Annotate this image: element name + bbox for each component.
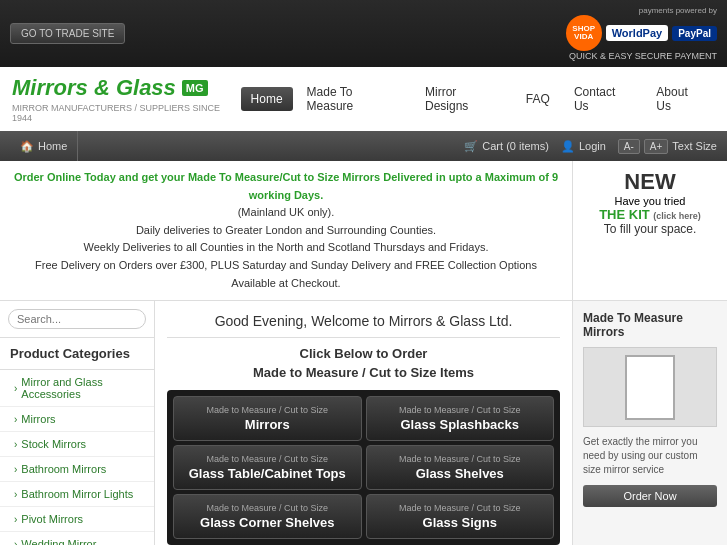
product-main-label: Glass Shelves <box>375 466 546 481</box>
sidebar: Product Categories › Mirror and Glass Ac… <box>0 301 155 545</box>
sidebar-item-mirrors[interactable]: › Mirrors <box>0 407 154 432</box>
product-main-label: Glass Splashbacks <box>375 417 546 432</box>
logo-text: Mirrors & Glass <box>12 75 176 101</box>
cat-label: Stock Mirrors <box>21 438 86 450</box>
sidebar-item-bathroom-mirrors[interactable]: › Bathroom Mirrors <box>0 457 154 482</box>
payment-area: payments powered by SHOPVIDA WorldPay Pa… <box>566 6 717 61</box>
announcement-highlight: Order Online Today and get your Made To … <box>14 171 558 201</box>
sidebar-item-mirror-glass-accessories[interactable]: › Mirror and Glass Accessories <box>0 370 154 407</box>
cat-label: Mirrors <box>21 413 55 425</box>
cat-label: Pivot Mirrors <box>21 513 83 525</box>
mirror-description: Get exactly the mirror you need by using… <box>583 435 717 477</box>
header: Mirrors & Glass MG MIRROR MANUFACTURERS … <box>0 67 727 131</box>
cat-label: Wedding Mirror <box>21 538 96 545</box>
mirror-preview <box>583 347 717 427</box>
home-icon: 🏠 <box>20 140 34 153</box>
cat-label: Bathroom Mirror Lights <box>21 488 133 500</box>
product-categories-title: Product Categories <box>0 338 154 370</box>
sidebar-item-wedding-mirror[interactable]: › Wedding Mirror <box>0 532 154 545</box>
announcement-bar: Order Online Today and get your Made To … <box>0 161 727 301</box>
arrow-icon: › <box>14 414 17 425</box>
logo-area: Mirrors & Glass MG MIRROR MANUFACTURERS … <box>12 75 241 123</box>
shopvida-badge: SHOPVIDA <box>566 15 602 51</box>
sidebar-item-pivot-mirrors[interactable]: › Pivot Mirrors <box>0 507 154 532</box>
quick-secure-text: QUICK & EASY SECURE PAYMENT <box>566 51 717 61</box>
product-tile-signs[interactable]: Made to Measure / Cut to Size Glass Sign… <box>366 494 555 539</box>
cat-label: Bathroom Mirrors <box>21 463 106 475</box>
product-tile-shelves[interactable]: Made to Measure / Cut to Size Glass Shel… <box>366 445 555 490</box>
arrow-icon: › <box>14 539 17 545</box>
sub-nav-home[interactable]: 🏠 Home <box>10 131 78 161</box>
sub-nav: 🏠 Home 🛒 Cart (0 items) 👤 Login A- A+ Te… <box>0 131 727 161</box>
product-tile-mirrors[interactable]: Made to Measure / Cut to Size Mirrors <box>173 396 362 441</box>
login-button[interactable]: 👤 Login <box>561 140 606 153</box>
announcement-london: Daily deliveries to Greater London and S… <box>136 224 436 236</box>
payments-powered-label: payments powered by SHOPVIDA WorldPay Pa… <box>566 6 717 61</box>
login-label: Login <box>579 140 606 152</box>
arrow-icon: › <box>14 489 17 500</box>
kit-click-here: (click here) <box>653 211 701 221</box>
product-grid: Made to Measure / Cut to Size Mirrors Ma… <box>167 390 560 545</box>
arrow-icon: › <box>14 514 17 525</box>
sub-nav-home-label: Home <box>38 140 67 152</box>
kit-banner[interactable]: NEW Have you tried THE KIT (click here) … <box>572 161 727 300</box>
main-content: Product Categories › Mirror and Glass Ac… <box>0 301 727 545</box>
nav-about-us[interactable]: About Us <box>646 80 715 118</box>
nav-faq[interactable]: FAQ <box>516 87 560 111</box>
product-main-label: Glass Table/Cabinet Tops <box>182 466 353 481</box>
right-panel: Made To Measure Mirrors Get exactly the … <box>572 301 727 545</box>
cart-label: Cart (0 items) <box>482 140 549 152</box>
search-input[interactable] <box>8 309 146 329</box>
announcement-text: Order Online Today and get your Made To … <box>0 161 572 300</box>
center-content: Good Evening, Welcome to Mirrors & Glass… <box>155 301 572 545</box>
product-sub-label: Made to Measure / Cut to Size <box>375 454 546 464</box>
mirror-shape <box>625 355 675 420</box>
product-sub-label: Made to Measure / Cut to Size <box>182 503 353 513</box>
nav-contact-us[interactable]: Contact Us <box>564 80 642 118</box>
logo-block: Mirrors & Glass MG MIRROR MANUFACTURERS … <box>12 75 241 123</box>
search-box <box>0 301 154 338</box>
product-main-label: Mirrors <box>182 417 353 432</box>
product-main-label: Glass Corner Shelves <box>182 515 353 530</box>
tagline: MIRROR MANUFACTURERS / SUPPLIERS SINCE 1… <box>12 103 241 123</box>
text-size-increase[interactable]: A+ <box>644 139 669 154</box>
kit-new-label: NEW <box>581 169 719 195</box>
main-nav: Home Made To Measure Mirror Designs FAQ … <box>241 80 715 118</box>
trade-site-button[interactable]: GO TO TRADE SITE <box>10 23 125 44</box>
click-below-text: Click Below to Order <box>167 346 560 361</box>
mtm-title: Made To Measure Mirrors <box>583 311 717 339</box>
announcement-free: Free Delivery on Orders over £300, PLUS … <box>35 259 537 289</box>
kit-have-text: Have you tried <box>581 195 719 207</box>
powered-by-text: payments powered by <box>566 6 717 15</box>
product-tile-splashbacks[interactable]: Made to Measure / Cut to Size Glass Spla… <box>366 396 555 441</box>
order-now-button[interactable]: Order Now <box>583 485 717 507</box>
sidebar-item-stock-mirrors[interactable]: › Stock Mirrors <box>0 432 154 457</box>
logo-icon: MG <box>182 80 208 96</box>
product-sub-label: Made to Measure / Cut to Size <box>375 405 546 415</box>
text-size-area: A- A+ Text Size <box>618 139 717 154</box>
kit-title: THE KIT (click here) <box>581 207 719 222</box>
text-size-decrease[interactable]: A- <box>618 139 640 154</box>
cart-area: 🛒 Cart (0 items) 👤 Login A- A+ Text Size <box>464 139 717 154</box>
paypal-badge: PayPal <box>672 26 717 41</box>
product-sub-label: Made to Measure / Cut to Size <box>375 503 546 513</box>
sidebar-item-bathroom-mirror-lights[interactable]: › Bathroom Mirror Lights <box>0 482 154 507</box>
product-sub-label: Made to Measure / Cut to Size <box>182 405 353 415</box>
arrow-icon: › <box>14 439 17 450</box>
cart-button[interactable]: 🛒 Cart (0 items) <box>464 140 549 153</box>
welcome-text: Good Evening, Welcome to Mirrors & Glass… <box>167 313 560 338</box>
nav-made-to-measure[interactable]: Made To Measure <box>297 80 411 118</box>
arrow-icon: › <box>14 383 17 394</box>
cart-icon: 🛒 <box>464 140 478 153</box>
announcement-uk: (Mainland UK only). <box>238 206 335 218</box>
nav-mirror-designs[interactable]: Mirror Designs <box>415 80 512 118</box>
product-tile-table-tops[interactable]: Made to Measure / Cut to Size Glass Tabl… <box>173 445 362 490</box>
top-bar: GO TO TRADE SITE payments powered by SHO… <box>0 0 727 67</box>
product-tile-corner-shelves[interactable]: Made to Measure / Cut to Size Glass Corn… <box>173 494 362 539</box>
arrow-icon: › <box>14 464 17 475</box>
kit-text-label: THE KIT <box>599 207 650 222</box>
product-main-label: Glass Signs <box>375 515 546 530</box>
nav-home[interactable]: Home <box>241 87 293 111</box>
worldpay-badge: WorldPay <box>606 25 669 41</box>
made-to-measure-text: Made to Measure / Cut to Size Items <box>167 365 560 380</box>
